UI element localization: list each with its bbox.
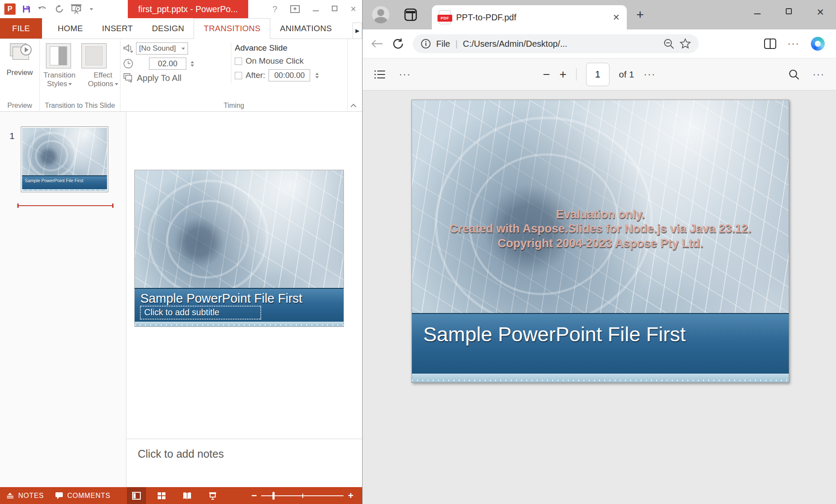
tab-animations[interactable]: ANIMATIONS xyxy=(270,18,341,39)
favorites-star-icon[interactable] xyxy=(680,38,691,49)
effect-options-tile[interactable] xyxy=(81,43,107,68)
zoom-out-icon[interactable] xyxy=(663,38,674,49)
after-time-input[interactable]: 00:00.00 xyxy=(269,69,310,81)
pdf-viewer[interactable]: Evaluation only. Created with Aspose.Sli… xyxy=(363,90,836,504)
slide-artwork: Sample PowerPoint File First xyxy=(22,128,107,191)
minimize-button[interactable] xyxy=(754,8,761,16)
notes-toggle[interactable]: NOTES xyxy=(6,492,44,500)
notes-placeholder[interactable]: Click to add notes xyxy=(138,448,362,460)
sound-dropdown[interactable]: [No Sound] xyxy=(136,42,188,55)
apply-to-all-button[interactable]: Apply To All xyxy=(123,73,231,83)
settings-menu-icon[interactable]: ··· xyxy=(787,38,800,49)
checkbox-icon xyxy=(235,72,242,79)
table-of-contents-icon[interactable] xyxy=(374,69,386,80)
preview-icon xyxy=(8,43,32,66)
collapse-ribbon-icon[interactable] xyxy=(350,103,357,108)
pdf-file-icon xyxy=(439,10,451,24)
tab-transitions[interactable]: TRANSITIONS xyxy=(194,18,270,39)
slide-canvas[interactable]: Sample PowerPoint File First Click to ad… xyxy=(134,170,344,327)
tab-close-icon[interactable]: ✕ xyxy=(612,12,620,23)
duration-input[interactable]: 02.00 xyxy=(149,58,186,70)
slide-editor: Sample PowerPoint File First Click to ad… xyxy=(126,112,362,439)
slide-sorter-view-button[interactable] xyxy=(152,487,171,504)
pdf-zoom-out-button[interactable]: − xyxy=(543,68,550,81)
profile-avatar[interactable] xyxy=(372,6,389,23)
copilot-icon[interactable] xyxy=(811,37,825,51)
pdf-more-right-icon[interactable]: ··· xyxy=(813,69,825,80)
close-button[interactable]: × xyxy=(817,6,824,18)
pdf-zoom-in-button[interactable]: + xyxy=(559,68,566,81)
zoom-control: − + xyxy=(251,491,356,501)
new-tab-button[interactable]: + xyxy=(636,7,644,22)
maximize-button[interactable] xyxy=(786,8,792,16)
address-bar[interactable]: File | C:/Users/Admin/Desktop/... xyxy=(413,34,699,53)
ribbon-display-options-icon[interactable] xyxy=(290,5,300,13)
help-icon[interactable]: ? xyxy=(272,4,277,14)
slide-title-banner: Sample PowerPoint File First xyxy=(412,313,789,374)
after-checkbox[interactable]: After: 00:00.00 xyxy=(235,69,347,81)
edge-window: PPT-to-PDF.pdf ✕ + × File | xyxy=(363,0,836,504)
evaluation-watermark: Evaluation only. Created with Aspose.Sli… xyxy=(412,207,789,251)
preview-button[interactable]: Preview xyxy=(6,43,32,77)
normal-view-button[interactable] xyxy=(127,487,146,504)
tab-home[interactable]: HOME xyxy=(48,18,92,39)
after-spinner[interactable] xyxy=(315,73,319,78)
pdf-more-left-icon[interactable]: ··· xyxy=(399,69,411,80)
tab-overflow-arrow[interactable]: ▶ xyxy=(353,23,362,39)
edge-tab-strip: PPT-to-PDF.pdf ✕ + × xyxy=(363,0,836,29)
address-separator: | xyxy=(455,39,457,49)
browser-tab[interactable]: PPT-to-PDF.pdf ✕ xyxy=(432,5,627,29)
reading-view-button[interactable] xyxy=(177,487,197,504)
notes-pane[interactable]: Click to add notes xyxy=(126,439,362,487)
tab-actions-icon[interactable] xyxy=(404,8,417,21)
qat-customize-icon[interactable] xyxy=(88,8,93,10)
slide-title-banner[interactable]: Sample PowerPoint File First Click to ad… xyxy=(135,288,343,322)
window-title: first_ppt.pptx - PowerPo... xyxy=(128,0,248,18)
notes-icon xyxy=(6,492,15,500)
transition-gallery-tile[interactable] xyxy=(46,43,71,68)
minimize-button[interactable] xyxy=(313,5,319,13)
group-label-preview: Preview xyxy=(0,102,39,110)
redo-icon[interactable] xyxy=(55,4,64,14)
transition-applied-indicator xyxy=(17,205,113,206)
zoom-slider[interactable] xyxy=(261,495,343,496)
slide-title-text[interactable]: Sample PowerPoint File First xyxy=(140,291,302,306)
maximize-button[interactable] xyxy=(332,5,337,13)
tab-insert[interactable]: INSERT xyxy=(93,18,143,39)
zoom-out-button[interactable]: − xyxy=(251,491,257,501)
ppt-window-controls: ? × xyxy=(272,0,356,18)
zoom-slider-handle[interactable] xyxy=(272,492,275,500)
subtitle-placeholder[interactable]: Click to add subtitle xyxy=(140,306,261,320)
save-icon[interactable] xyxy=(22,4,31,14)
chevron-down-icon xyxy=(181,48,185,50)
chevron-down-icon xyxy=(115,83,118,85)
back-button[interactable] xyxy=(370,39,383,49)
pdf-page-options-icon[interactable]: ··· xyxy=(644,69,656,80)
page-number-input[interactable] xyxy=(586,63,609,86)
close-button[interactable]: × xyxy=(350,4,356,14)
split-screen-icon[interactable] xyxy=(764,39,776,49)
transition-styles-button[interactable]: Transition Styles xyxy=(42,71,77,89)
group-label-timing: Timing xyxy=(120,102,347,110)
effect-options-button[interactable]: Effect Options xyxy=(86,71,120,89)
advance-slide-heading: Advance Slide xyxy=(235,42,347,53)
on-mouse-click-checkbox[interactable]: On Mouse Click xyxy=(235,56,347,66)
pdf-toolbar: ··· − + of 1 ··· ··· xyxy=(363,58,836,90)
undo-icon[interactable] xyxy=(37,5,49,13)
slide-thumbnail[interactable]: Sample PowerPoint File First xyxy=(21,126,108,192)
checkbox-icon xyxy=(235,58,242,65)
page-count-label: of 1 xyxy=(619,69,634,80)
refresh-button[interactable] xyxy=(392,38,404,50)
zoom-in-button[interactable]: + xyxy=(348,491,353,501)
comments-toggle[interactable]: COMMENTS xyxy=(55,492,110,500)
slide-artwork: Sample PowerPoint File First Click to ad… xyxy=(135,170,343,326)
pdf-slide-title: Sample PowerPoint File First xyxy=(423,322,686,346)
pdf-search-icon[interactable] xyxy=(788,69,800,80)
slideshow-view-button[interactable] xyxy=(203,487,222,504)
start-slideshow-icon[interactable] xyxy=(70,3,82,15)
duration-spinner[interactable] xyxy=(191,61,194,67)
tab-file[interactable]: FILE xyxy=(0,18,42,39)
tab-design[interactable]: DESIGN xyxy=(143,18,194,39)
site-info-icon[interactable] xyxy=(421,39,431,49)
ribbon-group-preview: Preview Preview xyxy=(0,39,40,111)
